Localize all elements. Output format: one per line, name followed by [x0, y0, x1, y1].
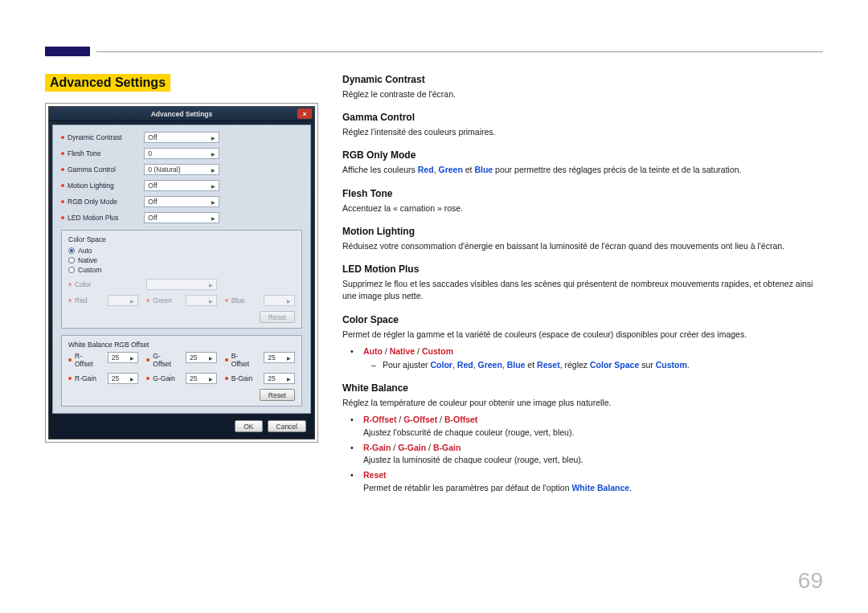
text: et — [463, 165, 475, 174]
field-label: R-Offset — [75, 352, 100, 368]
dialog-footer: OK Cancel — [49, 417, 314, 434]
bullet-icon — [61, 136, 64, 139]
bullet-icon — [146, 358, 149, 362]
field-label: B-Gain — [231, 374, 252, 382]
cancel-button[interactable]: Cancel — [268, 420, 306, 432]
heading-flesh-tone: Flesh Tone — [342, 188, 823, 199]
field-label: B-Offset — [231, 352, 256, 368]
text: Ajustez la luminosité de chaque couleur … — [363, 455, 583, 464]
kw-green: Green — [438, 165, 462, 174]
desc: Réglez le contraste de l'écran. — [342, 88, 823, 100]
chevron-down-icon: ▶ — [287, 376, 291, 382]
kw-color: Color — [431, 360, 452, 370]
text: pour permettre des réglages précis de la… — [493, 165, 741, 174]
wb-reset-button[interactable]: Reset — [260, 389, 295, 401]
text: et — [525, 360, 537, 370]
heading-gamma-control: Gamma Control — [342, 112, 823, 123]
close-icon[interactable]: x — [297, 108, 312, 119]
r-gain-select[interactable]: 25▶ — [108, 373, 139, 384]
desc: Réglez l'intensité des couleurs primaire… — [342, 126, 823, 138]
bullet-icon — [146, 299, 149, 302]
heading-dynamic-contrast: Dynamic Contrast — [342, 74, 823, 85]
chevron-down-icon: ▶ — [209, 376, 213, 382]
g-gain-select[interactable]: 25▶ — [186, 373, 217, 384]
bullet-icon — [225, 299, 228, 302]
opt-custom: Custom — [422, 346, 453, 356]
flesh-tone-select[interactable]: 0▶ — [144, 148, 219, 159]
ok-button[interactable]: OK — [235, 420, 262, 432]
text: Affiche les couleurs — [342, 165, 418, 174]
dialog-screenshot: Advanced Settings x Dynamic Contrast Off… — [45, 103, 318, 443]
chevron-down-icon: ▶ — [287, 298, 291, 304]
radio-icon — [68, 247, 75, 254]
kw-red: Red — [418, 165, 434, 174]
text: / — [383, 346, 390, 356]
text: Ajustez l'obscurité de chaque couleur (r… — [363, 427, 574, 437]
text: . — [687, 360, 690, 370]
radio-custom[interactable]: Custom — [68, 266, 295, 274]
bullet-icon — [68, 377, 72, 380]
kw-blue: Blue — [507, 360, 526, 370]
cs-color-select: ▶ — [146, 279, 216, 290]
field-label: G-Gain — [153, 374, 174, 382]
bullet-icon — [225, 377, 228, 380]
kw-reset: Reset — [537, 360, 560, 370]
field-label: Dynamic Contrast — [68, 133, 122, 141]
bullet-icon — [61, 152, 64, 155]
page-number: 69 — [798, 568, 823, 594]
b-offset-select[interactable]: 25▶ — [264, 352, 295, 363]
kw-g-gain: G-Gain — [398, 443, 426, 452]
field-label: Flesh Tone — [68, 149, 100, 157]
bullet-icon — [225, 358, 228, 362]
gamma-control-select[interactable]: 0 (Natural)▶ — [144, 164, 219, 175]
heading-color-space: Color Space — [342, 314, 823, 325]
r-offset-select[interactable]: 25▶ — [108, 352, 139, 363]
radio-label: Native — [78, 256, 97, 264]
heading-motion-lighting: Motion Lighting — [342, 226, 823, 237]
chevron-down-icon: ▶ — [211, 183, 215, 189]
chevron-down-icon: ▶ — [211, 151, 215, 157]
group-title: Color Space — [68, 235, 295, 243]
desc: Réduisez votre consommation d'énergie en… — [342, 240, 823, 252]
chevron-down-icon: ▶ — [130, 355, 134, 361]
chevron-down-icon: ▶ — [209, 282, 213, 288]
white-balance-group: White Balance RGB Offset R-Offset 25▶ G-… — [61, 335, 302, 407]
b-gain-select[interactable]: 25▶ — [264, 373, 295, 384]
field-label: LED Motion Plus — [68, 214, 118, 222]
desc: Réglez la température de couleur pour ob… — [342, 397, 823, 409]
radio-icon — [68, 267, 75, 273]
chevron-down-icon: ▶ — [130, 298, 134, 304]
desc: Accentuez la « carnation » rose. — [342, 202, 823, 215]
dynamic-contrast-select[interactable]: Off▶ — [144, 132, 219, 143]
text: , réglez — [560, 360, 590, 370]
kw-g-offset: G-Offset — [403, 415, 437, 424]
kw-wb: White Balance — [571, 483, 629, 492]
kw-green: Green — [477, 360, 502, 370]
bullet-icon — [61, 184, 64, 187]
desc: Permet de régler la gamme et la variété … — [342, 329, 823, 341]
list-item: Pour ajuster Color, Red, Green, Blue et … — [375, 359, 823, 371]
kw-r-offset: R-Offset — [363, 415, 396, 424]
heading-rgb-only: RGB Only Mode — [342, 149, 823, 161]
led-motion-plus-select[interactable]: Off▶ — [144, 212, 219, 223]
select-value: Off — [148, 214, 157, 222]
text: sur — [639, 360, 655, 370]
select-value: Off — [148, 182, 157, 190]
bullet-icon — [68, 299, 72, 302]
select-value: 0 — [148, 149, 152, 157]
header-accent — [45, 47, 90, 56]
g-offset-select[interactable]: 25▶ — [186, 352, 217, 363]
radio-auto[interactable]: Auto — [68, 247, 295, 255]
kw-blue: Blue — [474, 165, 493, 174]
chevron-down-icon: ▶ — [130, 376, 134, 382]
chevron-down-icon: ▶ — [211, 135, 215, 141]
kw-cs: Color Space — [590, 360, 639, 370]
bullet-icon — [146, 377, 149, 380]
dialog-title: Advanced Settings x — [49, 107, 314, 121]
list-item: R-Offset / G-Offset / B-Offset Ajustez l… — [355, 414, 823, 438]
motion-lighting-select[interactable]: Off▶ — [144, 180, 219, 191]
section-title: Advanced Settings — [45, 74, 170, 92]
radio-native[interactable]: Native — [68, 256, 295, 264]
rgb-only-select[interactable]: Off▶ — [144, 196, 219, 207]
heading-led-motion-plus: LED Motion Plus — [342, 264, 823, 275]
